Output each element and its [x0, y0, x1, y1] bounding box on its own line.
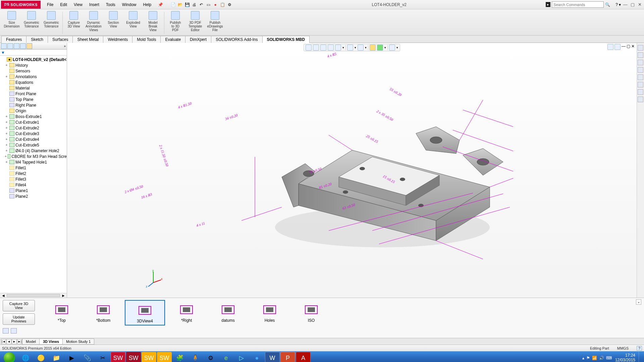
- taskbar-app5-icon[interactable]: 🧩: [172, 352, 187, 362]
- taskbar-word-icon[interactable]: W: [265, 352, 280, 362]
- viewport-max-icon[interactable]: ▢: [627, 44, 630, 50]
- dimension-label[interactable]: 4 x R1.50: [177, 101, 192, 109]
- rebuild-icon[interactable]: ●: [212, 2, 218, 8]
- tree-item[interactable]: Fillet2: [0, 171, 67, 176]
- taskbar-app7-icon[interactable]: ⚙: [203, 352, 218, 362]
- tab-nav-prev-icon[interactable]: ◄: [6, 339, 11, 344]
- taskpane-design-lib-icon[interactable]: [638, 60, 643, 65]
- hide-show-icon[interactable]: [358, 45, 364, 51]
- tree-toggle-icon[interactable]: +: [5, 160, 8, 164]
- ribbon-3d-pdf[interactable]: 3D PDFTemplateEditor: [185, 10, 205, 33]
- display-style-icon[interactable]: [347, 45, 353, 51]
- view-thumb-3dview4[interactable]: 3DView4: [125, 300, 165, 325]
- ribbon-dynamic[interactable]: DynamicAnnotationViews: [84, 10, 103, 33]
- menu-tools[interactable]: Tools: [103, 1, 118, 8]
- tray-flag-icon[interactable]: ⚑: [586, 356, 590, 360]
- view-settings-icon[interactable]: [389, 45, 395, 51]
- menu-file[interactable]: File: [44, 1, 56, 8]
- close-icon[interactable]: ✕: [637, 2, 643, 7]
- taskbar-draftsight-icon[interactable]: ▷: [234, 352, 249, 362]
- taskbar-chrome-icon[interactable]: 🟡: [34, 352, 48, 362]
- tree-scrollbar[interactable]: ◄►: [0, 293, 67, 298]
- taskbar-edge-icon[interactable]: e: [219, 352, 233, 362]
- bottom-tab-motion-study-1[interactable]: Motion Study 1: [62, 339, 94, 345]
- prev-view-icon[interactable]: [320, 45, 326, 51]
- ribbon-exploded[interactable]: ExplodedView: [123, 10, 143, 29]
- view-orient-icon[interactable]: [335, 45, 341, 51]
- show-desktop-button[interactable]: [639, 352, 642, 362]
- taskbar-powerpoint-icon[interactable]: P: [280, 352, 295, 362]
- tree-item[interactable]: +Cut-Extrude5: [0, 142, 67, 148]
- vb-option2-icon[interactable]: [11, 328, 17, 334]
- edit-appearance-icon[interactable]: [370, 45, 376, 51]
- taskpane-home-icon[interactable]: [638, 45, 643, 51]
- tab-solidworks-mbd[interactable]: SOLIDWORKS MBD: [262, 36, 310, 43]
- dimension-label[interactable]: 4 x R5: [327, 52, 337, 58]
- tree-item[interactable]: Sensors: [0, 68, 67, 74]
- tree-toggle-icon[interactable]: +: [5, 149, 8, 153]
- tree-item[interactable]: Fillet1: [0, 165, 67, 171]
- tab-dimxpert[interactable]: DimXpert: [185, 36, 211, 43]
- taskpane-view-palette-icon[interactable]: [638, 74, 643, 80]
- tree-toggle-icon[interactable]: +: [5, 132, 8, 135]
- menu-pin-icon[interactable]: 📌: [155, 1, 166, 8]
- open-icon[interactable]: 📂: [177, 2, 183, 8]
- settings-icon[interactable]: ⚙: [226, 2, 232, 8]
- dimension-label[interactable]: 2 x Ø4 ±0.50: [124, 184, 144, 194]
- taskbar-sw4-icon[interactable]: SW: [157, 352, 172, 362]
- taskpane-explorer-icon[interactable]: [638, 67, 643, 73]
- status-units[interactable]: MMGS: [617, 346, 629, 350]
- taskbar-office-icon[interactable]: 📎: [80, 352, 95, 362]
- tree-item[interactable]: Front Plane: [0, 91, 67, 97]
- bottom-tab-model[interactable]: Model: [22, 339, 40, 345]
- view-thumb-holes[interactable]: Holes: [250, 300, 290, 325]
- tree-item[interactable]: +Ø4.0 (4) Diameter Hole2: [0, 148, 67, 154]
- tree-item[interactable]: +Boss-Extrude1: [0, 114, 67, 119]
- zoom-fit-icon[interactable]: [306, 45, 312, 51]
- dimension-label[interactable]: 4 x 11: [196, 221, 206, 227]
- taskbar-acrobat-icon[interactable]: A: [296, 352, 311, 362]
- tray-vol-icon[interactable]: 🔊: [599, 356, 604, 360]
- taskbar-clock[interactable]: 17:2412/03/2015: [615, 353, 635, 362]
- capture-3d-view-button[interactable]: Capture 3D View: [3, 300, 35, 311]
- tree-item[interactable]: +Cut-Extrude1: [0, 119, 67, 125]
- restore-icon[interactable]: ▢: [630, 2, 636, 7]
- tab-nav-first-icon[interactable]: |◄: [1, 339, 6, 344]
- tab-sheet-metal[interactable]: Sheet Metal: [72, 36, 103, 43]
- tab-surfaces[interactable]: Surfaces: [48, 36, 73, 43]
- ribbon-publish[interactable]: Publishto 3DPDF: [166, 10, 185, 33]
- undo-icon[interactable]: ↶: [198, 2, 204, 8]
- taskbar-snip-icon[interactable]: ✂: [95, 352, 110, 362]
- ribbon-capture[interactable]: Capture3D View: [64, 10, 84, 29]
- fm-tab-property-icon[interactable]: [7, 43, 13, 49]
- tray-net-icon[interactable]: 📶: [592, 356, 597, 360]
- tab-nav-last-icon[interactable]: ►|: [17, 339, 22, 344]
- tree-toggle-icon[interactable]: +: [5, 120, 8, 124]
- search-commands-input[interactable]: [552, 1, 604, 8]
- tree-toggle-icon[interactable]: +: [5, 155, 7, 158]
- new-doc-icon[interactable]: 📄: [170, 2, 176, 8]
- tree-item[interactable]: Right Plane: [0, 102, 67, 108]
- tree-root[interactable]: ◆LOT4-HOLDER_v2 (Default<: [0, 57, 67, 62]
- menu-edit[interactable]: Edit: [57, 1, 70, 8]
- taskbar-explorer-icon[interactable]: 📁: [49, 352, 64, 362]
- view-thumb-bottom[interactable]: *Bottom: [83, 300, 123, 325]
- view-thumb-right[interactable]: *Right: [166, 300, 207, 325]
- fm-tab-dimxpert-icon[interactable]: [20, 43, 26, 49]
- tree-item[interactable]: +Cut-Extrude2: [0, 125, 67, 131]
- status-help-icon[interactable]: ?: [637, 346, 642, 351]
- minimize-icon[interactable]: —: [622, 2, 628, 7]
- taskbar-app6-icon[interactable]: 🧍: [188, 352, 203, 362]
- menu-insert[interactable]: Insert: [86, 1, 102, 8]
- tree-item[interactable]: +CBORE for M3 Pan Head Scre: [0, 154, 67, 159]
- taskbar-sw2-icon[interactable]: SW: [126, 352, 141, 362]
- tab-solidworks-add-ins[interactable]: SOLIDWORKS Add-Ins: [211, 36, 262, 43]
- search-icon[interactable]: 🔍: [605, 2, 610, 7]
- ribbon-geometric[interactable]: GeometricTolerance: [22, 10, 41, 29]
- fm-collapse-icon[interactable]: »: [64, 44, 66, 48]
- taskbar-app10-icon[interactable]: ●: [250, 352, 264, 362]
- taskpane-custom-props-icon[interactable]: [638, 89, 643, 95]
- apply-scene-icon[interactable]: [377, 45, 383, 51]
- tree-item[interactable]: +Cut-Extrude3: [0, 131, 67, 136]
- taskbar-media-icon[interactable]: ▶: [64, 352, 79, 362]
